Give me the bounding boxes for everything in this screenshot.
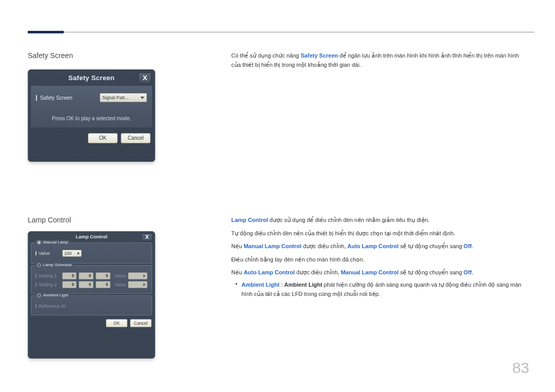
safety-title: Safety Screen xyxy=(28,51,161,60)
safety-hint: Press OK to play a selected mode. xyxy=(36,116,147,121)
lamp-p3: Nếu Manual Lamp Control được điều chỉnh,… xyxy=(231,242,529,251)
safety-dialog-footer: OK Cancel xyxy=(28,130,155,146)
safety-dialog-title: Safety Screen xyxy=(68,74,115,82)
safety-row-label: Safety Screen xyxy=(40,95,100,101)
lamp-description: Lamp Control được sử dụng để điều chỉnh … xyxy=(231,216,529,298)
safety-left-column: Safety Screen xyxy=(28,51,161,60)
header-divider xyxy=(28,32,534,32)
ambient-light-legend: Ambient Light xyxy=(35,293,70,297)
min-spinner[interactable] xyxy=(79,272,94,279)
setting1-label: Setting 1 xyxy=(39,273,60,278)
header-accent xyxy=(28,31,64,33)
close-button[interactable]: X xyxy=(141,233,153,241)
arrow-right-icon xyxy=(78,252,80,255)
row-marker xyxy=(35,304,36,308)
close-button[interactable]: X xyxy=(138,72,152,84)
cancel-button[interactable]: Cancel xyxy=(121,133,151,143)
row-marker xyxy=(36,95,37,101)
safety-description: Có thể sử dụng chức năng Safety Screen đ… xyxy=(231,51,529,69)
lamp-schedule-legend: Lamp Schedule xyxy=(35,263,73,267)
hour-spinner[interactable] xyxy=(62,272,77,279)
lamp-dialog-title: Lamp Control xyxy=(76,234,107,239)
sched-value-spinner[interactable] xyxy=(128,272,147,279)
safety-dialog: Safety Screen X Safety Screen Signal Pat… xyxy=(28,69,155,162)
lamp-title: Lamp Control xyxy=(28,216,161,224)
sched-value-spinner[interactable] xyxy=(128,281,147,288)
schedule-row-2: Setting 2 Value xyxy=(35,281,147,288)
lamp-p2: Tự động điều chỉnh đèn nền của thiết bị … xyxy=(231,229,529,238)
safety-dialog-body: Safety Screen Signal Patt… Press OK to p… xyxy=(30,85,153,128)
cancel-button[interactable]: Cancel xyxy=(130,319,152,327)
reference-row: Reference ID xyxy=(35,302,147,310)
radio-icon[interactable] xyxy=(37,263,41,267)
ampm-spinner[interactable] xyxy=(96,272,110,279)
radio-icon[interactable] xyxy=(37,240,41,245)
lamp-bullet-text: Ambient Light : Ambient Light phát hiện … xyxy=(242,281,529,298)
radio-icon[interactable] xyxy=(37,293,41,297)
ambient-light-group: Ambient Light Reference ID xyxy=(31,295,152,315)
safety-row: Safety Screen Signal Patt… xyxy=(36,93,147,102)
setting2-label: Setting 2 xyxy=(39,282,60,287)
ok-button[interactable]: OK xyxy=(88,133,118,143)
safety-combo[interactable]: Signal Patt… xyxy=(100,93,147,102)
safety-combo-value: Signal Patt… xyxy=(102,95,130,100)
reference-label: Reference ID xyxy=(39,304,66,309)
ampm-spinner[interactable] xyxy=(96,281,110,288)
manual-lamp-legend: Manual Lamp xyxy=(35,240,69,245)
safety-dialog-titlebar: Safety Screen X xyxy=(28,70,155,84)
ok-button[interactable]: OK xyxy=(106,319,127,327)
lamp-schedule-group: Lamp Schedule Setting 1 Value Setting 2 … xyxy=(31,265,152,294)
min-spinner[interactable] xyxy=(79,281,94,288)
arrow-right-icon xyxy=(143,274,145,277)
value-label: Value xyxy=(115,273,126,278)
lamp-p1: Lamp Control được sử dụng để điều chỉnh … xyxy=(231,216,529,225)
row-marker xyxy=(35,251,36,255)
lamp-dialog-footer: OK Cancel xyxy=(28,317,155,330)
row-marker xyxy=(35,283,36,287)
value-label: Value xyxy=(39,251,60,256)
value-row: Value 100 xyxy=(35,249,147,257)
manual-lamp-group: Manual Lamp Value 100 xyxy=(31,242,152,264)
hour-spinner[interactable] xyxy=(62,281,77,288)
schedule-row-1: Setting 1 Value xyxy=(35,272,147,279)
safety-desc-text: Có thể sử dụng chức năng Safety Screen đ… xyxy=(231,51,529,69)
page-number: 83 xyxy=(512,359,529,377)
row-marker xyxy=(35,274,36,278)
lamp-p4: Điều chỉnh bằng tay đèn nền cho màn hình… xyxy=(231,255,529,265)
lamp-bullet: • Ambient Light : Ambient Light phát hiệ… xyxy=(231,281,529,298)
lamp-left-column: Lamp Control xyxy=(28,216,161,224)
value-spinner[interactable]: 100 xyxy=(62,250,82,257)
lamp-dialog: Lamp Control X Manual Lamp Value 100 Lam… xyxy=(28,231,155,359)
lamp-p5: Nếu Auto Lamp Control được điều chỉnh, M… xyxy=(231,268,529,277)
value-label: Value xyxy=(115,282,126,287)
bullet-icon: • xyxy=(231,281,242,287)
chevron-down-icon xyxy=(140,97,144,99)
arrow-right-icon xyxy=(143,283,145,286)
